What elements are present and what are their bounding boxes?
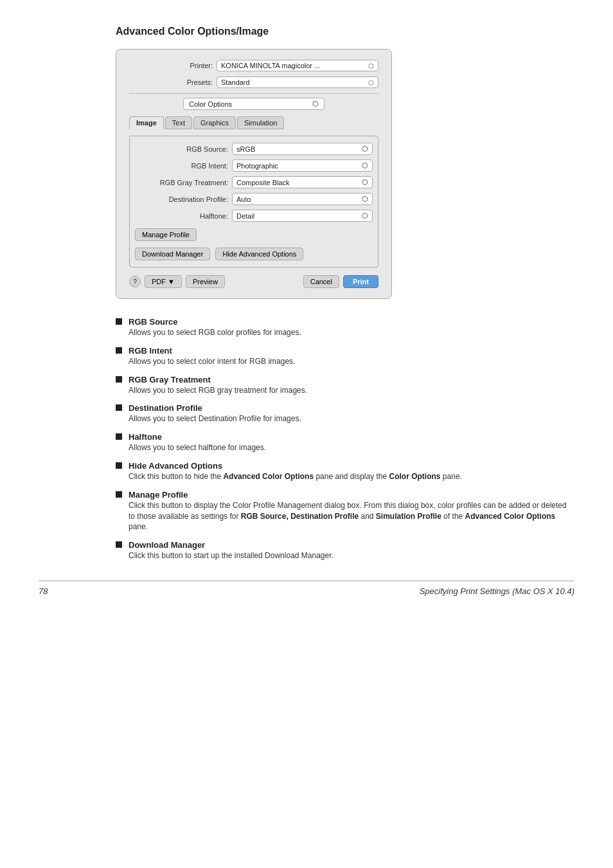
desc-halftone-text: Allows you to select halftone for images…: [129, 442, 574, 453]
rgb-intent-select[interactable]: Photographic ⬡: [232, 159, 373, 172]
desc-rgb-source-content: RGB Source Allows you to select RGB colo…: [129, 317, 574, 338]
bullet-icon: [116, 491, 122, 498]
halftone-arrow-icon: ⬡: [362, 212, 368, 220]
hide-advanced-options-button[interactable]: Hide Advanced Options: [215, 248, 303, 260]
preview-button[interactable]: Preview: [186, 275, 225, 288]
desc-manage-profile-content: Manage Profile Click this button to disp…: [129, 490, 574, 532]
rgb-gray-row: RGB Gray Treatment: Composite Black ⬡: [135, 176, 373, 188]
color-options-row: Color Options ⬡: [129, 98, 378, 110]
desc-dest-profile-text: Allows you to select Destination Profile…: [129, 413, 574, 424]
halftone-row: Halftone: Detail ⬡: [135, 210, 373, 222]
dest-profile-arrow-icon: ⬡: [362, 195, 368, 203]
desc-hide-advanced-title: Hide Advanced Options: [129, 461, 574, 471]
rgb-intent-label: RGB Intent:: [135, 162, 228, 170]
printer-select[interactable]: KONICA MINOLTA magicolor ... ⬡: [217, 60, 378, 71]
desc-hide-advanced: Hide Advanced Options Click this button …: [116, 461, 574, 482]
bullet-icon: [116, 433, 122, 440]
desc-rgb-gray-text: Allows you to select RGB gray treatment …: [129, 385, 574, 396]
page-heading: Advanced Color Options/Image: [116, 26, 574, 37]
desc-halftone: Halftone Allows you to select halftone f…: [116, 432, 574, 453]
bullet-icon: [116, 376, 122, 383]
dialog-box: Printer: KONICA MINOLTA magicolor ... ⬡ …: [116, 49, 392, 299]
pdf-button[interactable]: PDF ▼: [145, 275, 182, 288]
desc-halftone-content: Halftone Allows you to select halftone f…: [129, 432, 574, 453]
desc-rgb-intent: RGB Intent Allows you to select color in…: [116, 346, 574, 367]
desc-rgb-gray-title: RGB Gray Treatment: [129, 375, 574, 384]
action-buttons-row: Manage Profile: [135, 228, 373, 241]
page-footer: 78 Specifying Print Settings (Mac OS X 1…: [39, 581, 574, 596]
desc-manage-profile-title: Manage Profile: [129, 490, 574, 500]
bullet-icon: [116, 541, 122, 548]
bullet-icon: [116, 347, 122, 354]
desc-rgb-intent-text: Allows you to select color intent for RG…: [129, 356, 574, 367]
desc-dest-profile: Destination Profile Allows you to select…: [116, 403, 574, 424]
presets-arrow-icon: ⬡: [368, 79, 374, 86]
tab-simulation[interactable]: Simulation: [237, 116, 284, 129]
bottom-left-group: ? PDF ▼ Preview: [129, 275, 225, 288]
desc-manage-profile: Manage Profile Click this button to disp…: [116, 490, 574, 532]
presets-label: Presets:: [129, 78, 213, 86]
printer-label: Printer:: [129, 62, 213, 69]
desc-dest-profile-title: Destination Profile: [129, 403, 574, 413]
rgb-gray-select[interactable]: Composite Black ⬡: [232, 176, 373, 188]
rgb-source-value: sRGB: [236, 145, 255, 153]
halftone-label: Halftone:: [135, 212, 228, 220]
desc-rgb-source: RGB Source Allows you to select RGB colo…: [116, 317, 574, 338]
color-options-value: Color Options: [189, 100, 232, 108]
manage-profile-button[interactable]: Manage Profile: [135, 228, 197, 241]
presets-row: Presets: Standard ⬡: [129, 77, 378, 88]
color-options-arrow-icon: ⬡: [312, 100, 319, 108]
rgb-intent-arrow-icon: ⬡: [362, 161, 368, 170]
halftone-value: Detail: [236, 212, 254, 220]
dest-profile-row: Destination Profile: Auto ⬡: [135, 193, 373, 205]
rgb-gray-value: Composite Black: [236, 179, 290, 186]
tab-text[interactable]: Text: [165, 116, 192, 129]
form-area: RGB Source: sRGB ⬡ RGB Intent: Photograp…: [129, 136, 378, 267]
desc-download-manager-content: Download Manager Click this button to st…: [129, 540, 574, 561]
rgb-gray-label: RGB Gray Treatment:: [135, 179, 228, 186]
desc-download-manager: Download Manager Click this button to st…: [116, 540, 574, 561]
download-manager-button[interactable]: Download Manager: [135, 248, 210, 260]
rgb-gray-arrow-icon: ⬡: [362, 178, 368, 186]
bullet-icon: [116, 318, 122, 325]
desc-download-manager-text: Click this button to start up the instal…: [129, 550, 574, 561]
rgb-intent-row: RGB Intent: Photographic ⬡: [135, 159, 373, 172]
cancel-button[interactable]: Cancel: [303, 275, 339, 288]
printer-row: Printer: KONICA MINOLTA magicolor ... ⬡: [129, 60, 378, 71]
footer-page-number: 78: [39, 586, 48, 596]
tab-image[interactable]: Image: [129, 116, 164, 129]
desc-rgb-gray-content: RGB Gray Treatment Allows you to select …: [129, 375, 574, 396]
bullet-icon: [116, 404, 122, 411]
desc-manage-profile-text: Click this button to display the Color P…: [129, 500, 574, 532]
desc-hide-advanced-content: Hide Advanced Options Click this button …: [129, 461, 574, 482]
desc-rgb-source-text: Allows you to select RGB color profiles …: [129, 327, 574, 338]
desc-rgb-intent-content: RGB Intent Allows you to select color in…: [129, 346, 574, 367]
bottom-bar: ? PDF ▼ Preview Cancel Print: [129, 275, 378, 288]
desc-halftone-title: Halftone: [129, 432, 574, 442]
description-list: RGB Source Allows you to select RGB colo…: [116, 317, 574, 561]
divider: [129, 93, 378, 94]
desc-rgb-gray: RGB Gray Treatment Allows you to select …: [116, 375, 574, 396]
rgb-intent-value: Photographic: [236, 162, 278, 170]
tab-graphics[interactable]: Graphics: [193, 116, 236, 129]
footer-title: Specifying Print Settings (Mac OS X 10.4…: [420, 586, 574, 596]
rgb-source-label: RGB Source:: [135, 145, 228, 153]
desc-download-manager-title: Download Manager: [129, 540, 574, 550]
desc-rgb-source-title: RGB Source: [129, 317, 574, 327]
bottom-right-group: Cancel Print: [303, 275, 378, 288]
rgb-source-row: RGB Source: sRGB ⬡: [135, 143, 373, 155]
rgb-source-arrow-icon: ⬡: [362, 145, 368, 153]
dest-profile-label: Destination Profile:: [135, 195, 228, 203]
desc-dest-profile-content: Destination Profile Allows you to select…: [129, 403, 574, 424]
presets-value: Standard: [221, 78, 250, 86]
help-button[interactable]: ?: [129, 276, 141, 287]
print-button[interactable]: Print: [343, 275, 378, 288]
rgb-source-select[interactable]: sRGB ⬡: [232, 143, 373, 155]
dest-profile-select[interactable]: Auto ⬡: [232, 193, 373, 205]
halftone-select[interactable]: Detail ⬡: [232, 210, 373, 222]
presets-select[interactable]: Standard ⬡: [217, 77, 378, 88]
desc-rgb-intent-title: RGB Intent: [129, 346, 574, 356]
color-options-select[interactable]: Color Options ⬡: [183, 98, 324, 110]
dest-profile-value: Auto: [236, 195, 251, 203]
tabs-row: Image Text Graphics Simulation: [129, 116, 378, 129]
